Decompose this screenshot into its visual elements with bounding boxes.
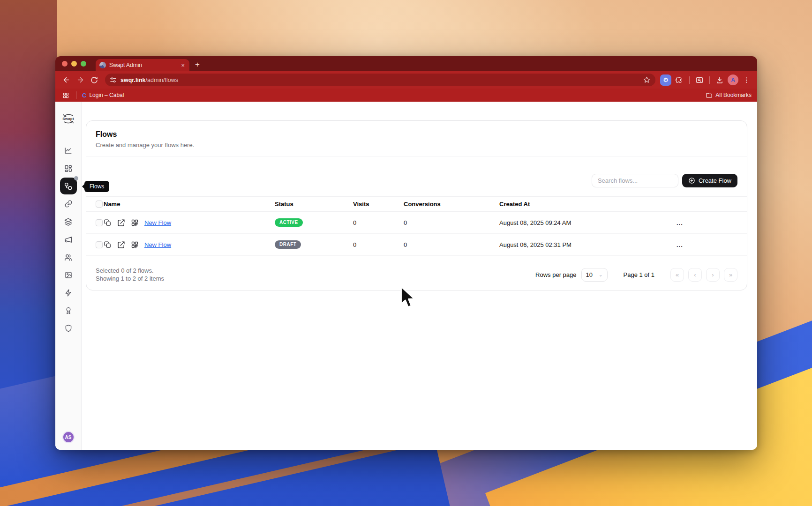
sidebar-item-security[interactable]: [63, 323, 74, 334]
users-icon: [64, 253, 73, 262]
app-sidebar: Swapt: [55, 102, 82, 450]
wallpaper-left-strip: [0, 0, 57, 506]
sidebar-item-rewards[interactable]: [63, 305, 74, 316]
row-checkbox[interactable]: [96, 241, 103, 248]
new-tab-button[interactable]: +: [195, 60, 200, 69]
first-page-button[interactable]: «: [670, 268, 684, 282]
sidebar-user[interactable]: AS: [55, 431, 81, 443]
qr-code-icon[interactable]: [131, 219, 139, 227]
sidebar-item-dashboard[interactable]: [63, 163, 74, 174]
sidebar-item-users[interactable]: [63, 252, 74, 263]
rows-per-page-label: Rows per page: [535, 271, 576, 278]
toolbar-separator: [689, 76, 690, 84]
flow-name-link[interactable]: New Flow: [144, 219, 171, 226]
sidebar-item-media[interactable]: [63, 269, 74, 281]
minimize-window-button[interactable]: [71, 61, 77, 67]
back-button[interactable]: [60, 74, 72, 86]
visits-value: 0: [353, 219, 404, 226]
sidebar-item-campaigns[interactable]: [63, 234, 74, 245]
workflow-icon: [64, 182, 73, 191]
browser-profile-avatar[interactable]: A: [728, 74, 738, 85]
url-bar[interactable]: swqr.link/admin/flows: [105, 74, 655, 86]
sidebar-nav: [55, 145, 81, 334]
status-badge-draft: DRAFT: [275, 240, 301, 249]
sidebar-item-flows[interactable]: [60, 178, 77, 194]
link-icon: [64, 200, 73, 208]
select-all-checkbox[interactable]: [96, 201, 103, 208]
col-header-created-at: Created At: [499, 201, 666, 208]
desktop-wallpaper: Swapt Admin × + swqr.link/admin/flows ⚙: [0, 0, 812, 506]
row-actions-menu[interactable]: ...: [666, 219, 747, 226]
row-actions-menu[interactable]: ...: [666, 241, 747, 248]
showing-count-text: Showing 1 to 2 of 2 items: [96, 275, 164, 283]
page-subtitle: Create and manage your flows here.: [96, 141, 737, 149]
forward-button[interactable]: [74, 74, 86, 86]
card-header: Flows Create and manage your flows here.: [86, 121, 747, 157]
flows-table: Name Status Visits Conversions Created A…: [86, 196, 747, 256]
col-header-conversions: Conversions: [404, 201, 499, 208]
chevron-down-icon: ⌄: [599, 272, 602, 277]
zoom-window-button[interactable]: [81, 61, 86, 67]
tab-title: Swapt Admin: [109, 62, 177, 68]
award-icon: [64, 306, 73, 315]
extensions-puzzle-icon[interactable]: [673, 74, 685, 86]
chart-line-icon: [64, 146, 73, 155]
row-checkbox[interactable]: [96, 219, 103, 226]
copy-icon[interactable]: [104, 241, 112, 249]
visits-value: 0: [353, 241, 404, 248]
page-title: Flows: [96, 130, 737, 139]
external-link-icon[interactable]: [117, 241, 125, 249]
flows-status-dot: [74, 176, 78, 180]
sidebar-item-analytics[interactable]: [63, 145, 74, 156]
apps-grid-icon[interactable]: [61, 90, 70, 100]
qr-code-icon[interactable]: [131, 241, 139, 249]
image-icon: [64, 271, 73, 279]
table-header-row: Name Status Visits Conversions Created A…: [86, 196, 747, 212]
rows-per-page-select[interactable]: 10 ⌄: [581, 268, 608, 282]
all-bookmarks-button[interactable]: All Bookmarks: [706, 92, 752, 99]
url-domain: swqr.link: [120, 77, 146, 83]
rows-per-page: Rows per page 10 ⌄: [535, 268, 607, 282]
megaphone-icon: [64, 235, 73, 244]
create-flow-button[interactable]: Create Flow: [682, 174, 737, 187]
table-row: New Flow ACTIVE 0 0 August 08, 2025 09:2…: [86, 212, 747, 234]
bookmark-favicon: C: [82, 92, 86, 99]
sidebar-item-integrations[interactable]: [63, 287, 74, 298]
copy-icon[interactable]: [104, 219, 112, 227]
pinned-extension-gear-icon[interactable]: ⚙: [660, 74, 671, 86]
status-badge-active: ACTIVE: [275, 218, 303, 227]
zap-icon: [64, 289, 73, 297]
previous-page-button[interactable]: ‹: [688, 268, 702, 282]
flow-name-link[interactable]: New Flow: [144, 241, 171, 248]
browser-menu-kebab-icon[interactable]: [740, 74, 752, 86]
folder-icon: [706, 92, 713, 99]
browser-toolbar: swqr.link/admin/flows ⚙ A: [55, 71, 757, 89]
url-text: swqr.link/admin/flows: [120, 77, 639, 83]
external-link-icon[interactable]: [117, 219, 125, 227]
site-settings-icon[interactable]: [110, 76, 117, 83]
next-page-button[interactable]: ›: [706, 268, 720, 282]
tab-close-icon[interactable]: ×: [180, 62, 186, 69]
browser-tab[interactable]: Swapt Admin ×: [96, 59, 189, 71]
close-window-button[interactable]: [62, 61, 68, 67]
layout-grid-icon: [64, 164, 73, 173]
created-at-value: August 06, 2025 02:31 PM: [499, 241, 666, 248]
sidebar-item-layers[interactable]: [63, 216, 74, 227]
bookmark-star-icon[interactable]: [643, 76, 651, 84]
tab-search-icon[interactable]: [693, 74, 706, 86]
table-row: New Flow DRAFT 0 0 August 06, 2025 02:31…: [86, 234, 747, 256]
logo-arc-bottom-icon: [62, 120, 75, 125]
main-area: Flows Create and manage your flows here.…: [82, 102, 757, 450]
reload-button[interactable]: [88, 74, 100, 86]
search-input[interactable]: [592, 174, 678, 187]
created-at-value: August 08, 2025 09:24 AM: [499, 219, 666, 226]
last-page-button[interactable]: »: [724, 268, 737, 282]
downloads-icon[interactable]: [714, 74, 726, 86]
page-indicator: Page 1 of 1: [624, 271, 655, 278]
conversions-value: 0: [404, 219, 499, 226]
sidebar-item-links[interactable]: [63, 198, 74, 209]
bookmark-item-login-cabal[interactable]: C Login – Cabal: [82, 92, 124, 99]
table-footer: Selected 0 of 2 flows. Showing 1 to 2 of…: [86, 260, 747, 290]
user-avatar[interactable]: AS: [62, 431, 75, 443]
col-header-status: Status: [275, 201, 353, 208]
